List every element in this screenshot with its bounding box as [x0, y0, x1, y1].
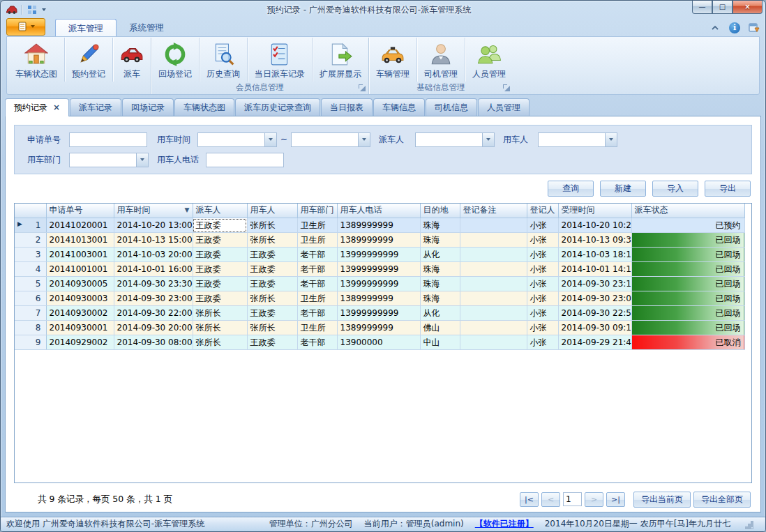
current-user: 当前用户：管理员(admin)	[364, 518, 464, 530]
column-header[interactable]: 目的地	[420, 204, 460, 218]
ribbon-tab[interactable]: 系统管理	[117, 19, 177, 36]
ribbon-button[interactable]: 车辆状态图	[8, 38, 64, 82]
document-tab[interactable]: 人员管理	[478, 98, 530, 116]
ribbon-button[interactable]: 扩展屏显示	[312, 38, 368, 82]
ribbon-button[interactable]: 回场登记	[151, 38, 199, 82]
taxi-icon	[381, 43, 405, 66]
status-badge[interactable]: 已回场	[631, 306, 744, 321]
new-button[interactable]: 新建	[600, 181, 646, 197]
minimize-button[interactable]: —	[692, 1, 712, 14]
column-header[interactable]: 用车时间▼	[114, 204, 193, 218]
status-badge[interactable]: 已取消	[631, 335, 744, 350]
first-page-button[interactable]: |<	[520, 492, 539, 507]
application-window: 预约记录 - 广州爱奇迪软件科技有限公司-派车管理系统 — □ × 派车管理系统…	[0, 0, 766, 532]
prev-page-button[interactable]: <	[541, 492, 560, 507]
table-row[interactable]: 9 20140929002 2014-09-30 08:00 张所长 王政委 老…	[15, 335, 744, 350]
dropdown-arrow-icon[interactable]	[482, 133, 494, 146]
ribbon-button[interactable]: 司机管理	[416, 38, 465, 82]
next-page-button[interactable]: >	[585, 492, 603, 507]
export-button[interactable]: 导出	[705, 181, 751, 197]
column-header[interactable]: 派车人	[193, 204, 247, 218]
dispatch-car-icon	[120, 43, 144, 66]
document-tab[interactable]: 回场记录	[122, 98, 174, 116]
column-header[interactable]: 登记人	[527, 204, 558, 218]
document-tab[interactable]: 车辆信息	[373, 98, 425, 116]
use-time-from-combo[interactable]	[197, 132, 277, 147]
document-tab[interactable]: 预约记录×	[5, 98, 69, 116]
dropdown-arrow-icon[interactable]	[264, 133, 276, 146]
license-status-link[interactable]: 【软件已注册】	[475, 518, 534, 530]
ribbon-button[interactable]: 历史查询	[199, 38, 247, 82]
column-header[interactable]: 受理时间	[558, 204, 631, 218]
ribbon-tab[interactable]: 派车管理	[55, 19, 117, 36]
recycle-icon	[163, 43, 187, 66]
phone-input[interactable]	[206, 153, 284, 167]
column-header[interactable]: 用车部门	[297, 204, 337, 218]
column-header[interactable]	[15, 204, 46, 218]
document-tab[interactable]: 派车历史记录查询	[235, 98, 320, 116]
status-badge[interactable]: 已回场	[631, 233, 744, 248]
column-header[interactable]: 申请单号	[46, 204, 114, 218]
import-button[interactable]: 导入	[652, 181, 698, 197]
dialog-launcher-icon[interactable]	[359, 84, 366, 91]
table-row[interactable]: 7 20140930002 2014-09-30 22:00 张所长 王政委 老…	[15, 306, 744, 321]
table-row[interactable]: 4 20141001001 2014-10-01 16:00 王政委 王政委 老…	[15, 262, 744, 277]
layout-grid-icon[interactable]	[27, 4, 38, 15]
ribbon-button[interactable]: 预约登记	[64, 38, 112, 82]
order-no-input[interactable]	[69, 132, 147, 147]
table-row[interactable]: 5 20140930005 2014-09-30 23:30 王政委 王政委 老…	[15, 277, 744, 291]
status-badge[interactable]: 已回场	[631, 291, 744, 306]
export-current-page-button[interactable]: 导出当前页	[633, 492, 691, 508]
document-tab[interactable]: 派车记录	[70, 98, 121, 116]
dropdown-arrow-icon[interactable]	[358, 133, 370, 146]
info-icon[interactable]: i	[729, 22, 740, 33]
status-badge[interactable]: 已回场	[631, 248, 744, 262]
app-car-icon	[6, 4, 17, 15]
dept-combo[interactable]	[69, 153, 149, 167]
close-tab-icon[interactable]: ×	[53, 102, 60, 112]
dialog-launcher-icon[interactable]	[503, 84, 510, 91]
collapse-ribbon-icon[interactable]	[709, 22, 721, 33]
column-header[interactable]: 登记备注	[460, 204, 527, 218]
people-icon	[477, 43, 501, 66]
document-tab-bar: 预约记录× 派车记录 回场记录 车辆状态图 派车历史记录查询 当日报表 车辆	[1, 98, 765, 116]
title-bar: 预约记录 - 广州爱奇迪软件科技有限公司-派车管理系统 — □ ×	[1, 1, 765, 18]
document-tab[interactable]: 司机信息	[426, 98, 477, 116]
app-window-icon[interactable]	[749, 22, 760, 33]
column-header[interactable]: 用车人电话	[337, 204, 420, 218]
table-row[interactable]: 1 20141020001 2014-10-20 13:00 王政委 张所长 卫…	[15, 218, 744, 233]
dropdown-arrow-icon[interactable]	[605, 133, 617, 146]
resize-grip-icon[interactable]	[744, 520, 753, 529]
document-tab[interactable]: 车辆状态图	[174, 98, 234, 116]
column-header[interactable]: 用车人	[247, 204, 297, 218]
close-button[interactable]: ×	[733, 1, 763, 14]
status-badge[interactable]: 已回场	[631, 321, 744, 335]
range-separator: ~	[277, 135, 291, 144]
ribbon-button[interactable]: 当日派车记录	[247, 38, 312, 82]
date-text: 2014年10月20日星期一 农历甲午[马]年九月廿七	[545, 518, 730, 530]
application-menu-button[interactable]	[6, 18, 45, 36]
table-row[interactable]: 8 20140930001 2014-09-30 20:00 张所长 张所长 卫…	[15, 321, 744, 335]
document-tab[interactable]: 当日报表	[321, 98, 373, 116]
dropdown-arrow-icon[interactable]	[136, 153, 148, 167]
last-page-button[interactable]: >|	[606, 492, 625, 507]
content-panel: 申请单号 用车时间 ~ 派车人 用车人 用车部门 用车人电话 查询新建导入导出	[5, 116, 761, 512]
status-badge[interactable]: 已预约	[631, 218, 744, 233]
maximize-button[interactable]: □	[712, 1, 733, 14]
ribbon-button[interactable]: 人员管理	[465, 38, 513, 82]
status-badge[interactable]: 已回场	[631, 277, 744, 291]
car-user-combo[interactable]	[538, 132, 617, 147]
ribbon-button[interactable]: 车辆管理	[369, 38, 416, 82]
export-all-pages-button[interactable]: 导出全部页	[693, 492, 751, 508]
ribbon-button[interactable]: 派车	[112, 38, 151, 82]
table-row[interactable]: 3 20141003001 2014-10-03 20:00 王政委 王政委 老…	[15, 248, 744, 262]
use-time-to-combo[interactable]	[291, 132, 370, 147]
dispatcher-combo[interactable]	[415, 132, 495, 147]
page-number-input[interactable]	[563, 492, 582, 506]
table-row[interactable]: 2 20141013001 2014-10-13 15:00 王政委 张所长 卫…	[15, 233, 744, 248]
column-header[interactable]: 派车状态	[631, 204, 744, 218]
table-row[interactable]: 6 20140930003 2014-09-30 23:00 王政委 张所长 卫…	[15, 291, 744, 306]
driver-icon	[429, 43, 453, 66]
status-badge[interactable]: 已回场	[631, 262, 744, 277]
query-button[interactable]: 查询	[548, 181, 594, 197]
